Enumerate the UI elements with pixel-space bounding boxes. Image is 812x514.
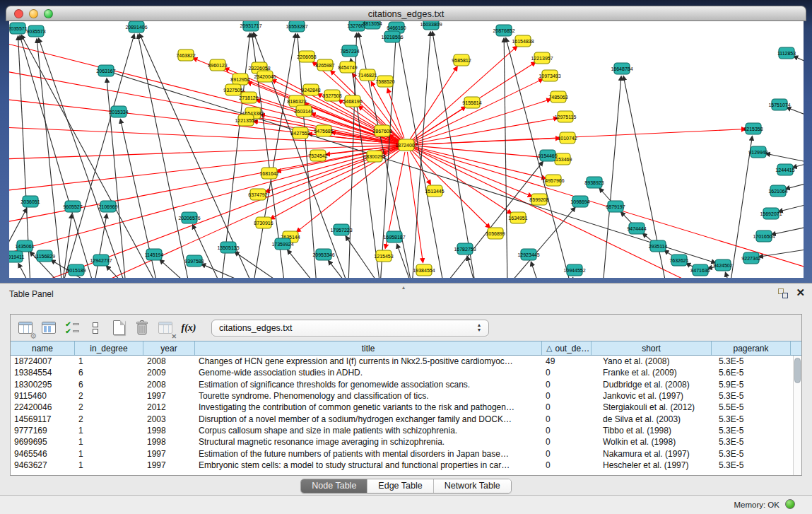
network-table-select[interactable]: citations_edges.txt ▲▼ <box>211 320 489 337</box>
graph-node[interactable]: 9227342 <box>741 252 760 264</box>
graph-node[interactable]: 8938923 <box>584 177 604 188</box>
graph-node[interactable]: 17016504 <box>753 230 775 242</box>
new-table-icon[interactable] <box>110 319 128 337</box>
selected-node[interactable]: 2206058 <box>297 51 316 62</box>
graph-node[interactable]: 12942737 <box>90 255 112 266</box>
table-row[interactable]: 2242004622012Investigating the contribut… <box>11 402 793 413</box>
graph-node[interactable]: 9397588 <box>184 255 204 267</box>
edge[interactable] <box>531 262 539 278</box>
graph-node[interactable]: 9424502 <box>713 259 732 271</box>
selected-node[interactable]: 9327505 <box>223 84 242 95</box>
selected-edge[interactable] <box>94 148 400 278</box>
minimize-window-button[interactable] <box>29 9 38 18</box>
graph-node[interactable]: 9154469 <box>538 150 557 161</box>
edge[interactable] <box>759 249 804 257</box>
edge[interactable] <box>412 32 430 278</box>
selected-node[interactable]: 9585812 <box>452 54 471 66</box>
network-view-canvas[interactable]: 1872400774638228960123891295423226058932… <box>9 21 804 278</box>
graph-node[interactable]: 1112853 <box>777 47 796 59</box>
graph-node[interactable]: 2106969 <box>98 201 117 212</box>
edge[interactable] <box>94 214 107 278</box>
edge[interactable] <box>772 226 804 235</box>
tab-network-table[interactable]: Network Table <box>434 479 511 493</box>
tab-node-table[interactable]: Node Table <box>301 479 367 493</box>
edge[interactable] <box>107 266 126 278</box>
graph-node[interactable]: 7857234 <box>340 45 359 57</box>
table-row[interactable]: 1872400712008Changes of HCN gene express… <box>11 356 793 367</box>
column-header-in_degree[interactable]: in_degree <box>75 341 143 355</box>
graph-node[interactable]: 16033809 <box>420 21 442 30</box>
selected-node[interactable]: 10973493 <box>539 70 560 81</box>
selected-node[interactable]: 9155814 <box>462 97 481 108</box>
edge[interactable] <box>599 188 611 201</box>
zoom-window-button[interactable] <box>44 9 53 18</box>
edge[interactable] <box>786 182 804 189</box>
graph-node[interactable]: 1435061 <box>15 240 34 252</box>
graph-node[interactable]: 9129948 <box>748 146 767 158</box>
table-row[interactable]: 969969511998Structural magnetic resonanc… <box>11 436 793 448</box>
graph-node[interactable]: 12923445 <box>517 249 539 260</box>
citation-network-graph[interactable]: 1872400774638228960123891295423226058932… <box>9 21 804 278</box>
table-row[interactable]: 946554611997Estimation of the future num… <box>11 448 793 459</box>
graph-node[interactable]: 9474444 <box>627 223 646 234</box>
graph-node[interactable]: 7632621 <box>669 255 688 266</box>
edge[interactable] <box>329 261 348 278</box>
close-window-button[interactable] <box>14 9 23 18</box>
graph-node[interactable]: 20953346 <box>312 249 334 260</box>
selected-node[interactable]: 8427552 <box>290 127 310 139</box>
selected-node[interactable]: 16154838 <box>512 35 534 47</box>
function-builder-icon[interactable]: f(x) <box>180 319 198 337</box>
selected-node[interactable]: 5475685 <box>314 125 333 136</box>
table-row[interactable]: 977716911998Corpus callosum shape and si… <box>11 425 793 436</box>
selected-node[interactable]: 8730916 <box>254 217 273 228</box>
scrollbar-thumb[interactable] <box>794 358 801 383</box>
select-columns-icon[interactable]: ✔ ✔ <box>63 319 81 337</box>
selected-node[interactable]: 7588520 <box>375 76 394 87</box>
graph-node[interactable]: 10944552 <box>563 264 585 276</box>
graph-node[interactable]: 8813054 <box>363 21 382 29</box>
graph-node[interactable]: 11156829 <box>34 250 55 262</box>
graph-node[interactable]: 17957223 <box>330 224 352 235</box>
selected-node[interactable]: 12213957 <box>531 52 553 64</box>
selected-edge[interactable] <box>297 149 401 232</box>
table-row[interactable]: 1456911722003Disruption of a novel membe… <box>11 413 793 424</box>
edge[interactable] <box>766 153 804 163</box>
graph-node[interactable]: 2063167 <box>96 65 115 76</box>
graph-node[interactable]: 6879197 <box>606 201 625 212</box>
table-row[interactable]: 1938455462009Genome-wide association stu… <box>11 367 793 378</box>
column-header-name[interactable]: name <box>11 341 75 355</box>
selected-node[interactable]: 8599208 <box>529 194 548 205</box>
selected-node[interactable]: 7524542 <box>308 150 327 161</box>
delete-rows-icon[interactable] <box>133 319 151 337</box>
graph-node[interactable]: 2935114 <box>649 240 668 252</box>
selected-node[interactable]: 9242848 <box>301 84 320 95</box>
graph-node[interactable]: 20206576 <box>178 212 200 223</box>
table-row[interactable]: 1830029562008Estimation of significance … <box>11 379 793 390</box>
graph-node[interactable]: 5015189 <box>66 264 86 276</box>
selected-node[interactable]: 1634951 <box>508 212 527 223</box>
selected-node[interactable]: 18724007 <box>395 139 417 151</box>
edge[interactable] <box>138 35 189 278</box>
graph-node[interactable]: 20891406 <box>125 21 147 33</box>
column-header-short[interactable]: short <box>592 341 712 355</box>
selected-node[interactable]: 8454749 <box>338 62 357 73</box>
selected-edge[interactable] <box>413 129 746 145</box>
graph-node[interactable]: 17359924 <box>271 238 293 250</box>
column-header-year[interactable]: year <box>143 341 195 355</box>
edge[interactable] <box>221 33 250 278</box>
graph-node[interactable]: 2035571 <box>9 23 28 34</box>
float-window-icon[interactable] <box>778 288 788 298</box>
graph-node[interactable]: 1098694 <box>570 196 589 207</box>
column-header-out_de[interactable]: △out_de… <box>542 341 592 355</box>
edge[interactable] <box>193 225 221 278</box>
graph-node[interactable]: 1244415 <box>775 164 794 175</box>
row-options-icon[interactable] <box>86 319 105 337</box>
selected-node[interactable]: 2867608 <box>372 125 392 136</box>
table-row[interactable]: 911546021997Tourette syndrome. Phenomeno… <box>11 390 793 402</box>
graph-node[interactable]: 9035573 <box>26 25 45 37</box>
graph-node[interactable]: 8215358 <box>743 123 763 134</box>
selected-node[interactable]: 1681642 <box>259 168 278 179</box>
selected-edge[interactable] <box>9 127 399 145</box>
selected-node[interactable]: 6374792 <box>248 189 267 200</box>
edge[interactable] <box>398 35 444 278</box>
